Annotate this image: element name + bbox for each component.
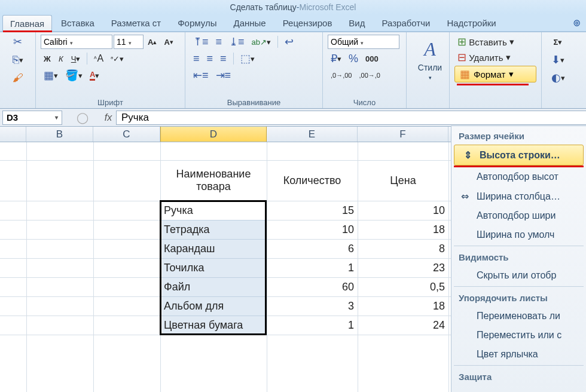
col-header-e[interactable]: E <box>267 127 358 142</box>
increase-font-button[interactable]: A▴ <box>145 35 160 49</box>
format-menu-row-height[interactable]: ⇕ Высота строки… <box>454 145 584 166</box>
cell-d9[interactable]: Цветная бумага <box>160 316 267 335</box>
cell-f6[interactable]: 23 <box>358 258 448 277</box>
formula-input[interactable]: Ручка <box>116 111 586 125</box>
comma-button[interactable]: 000 <box>362 51 381 66</box>
merge-button[interactable]: ⬚▾ <box>237 51 258 66</box>
cell-e8[interactable]: 3 <box>267 296 358 316</box>
wrap-text-button[interactable]: ↩ <box>282 35 297 49</box>
cell-d2[interactable]: Наименование товара <box>160 160 267 201</box>
delete-cells-button[interactable]: ⊟ Удалить ▾ <box>454 50 532 65</box>
cell-f7[interactable]: 0,5 <box>358 277 448 296</box>
format-menu-autofit-row[interactable]: Автоподбор высот <box>451 167 586 186</box>
decrease-font-button[interactable]: A▾ <box>161 35 176 49</box>
cell-d7[interactable]: Файл <box>160 277 267 296</box>
format-cells-button[interactable]: ▦Формат ▾ <box>454 66 536 82</box>
cell-e2[interactable]: Количество <box>267 160 358 201</box>
cell-d5[interactable]: Карандаш <box>160 239 267 258</box>
tab-home[interactable]: Главная <box>2 15 52 32</box>
cell-f5[interactable]: 8 <box>358 239 448 258</box>
align-center-button[interactable]: ≡ <box>204 51 216 66</box>
font-size-combo[interactable]: 11 <box>114 35 144 49</box>
decrease-decimal-button[interactable]: ,00→,0 <box>356 68 383 82</box>
format-menu-hide[interactable]: Скрыть или отобр <box>451 266 586 285</box>
group-clipboard-label <box>5 105 30 107</box>
clear-button[interactable]: ◐▾ <box>547 71 569 85</box>
font-grow-icon[interactable]: ᴬA <box>91 51 106 66</box>
circle-icon: ◯ <box>77 111 88 124</box>
format-menu-section-size: Размер ячейки <box>451 126 586 145</box>
format-menu-default-width[interactable]: Ширина по умолч <box>451 225 586 244</box>
tab-addins[interactable]: Надстройки <box>439 14 503 31</box>
copy-button[interactable]: ⎘▾ <box>5 53 30 67</box>
format-menu-autofit-col[interactable]: Автоподбор шири <box>451 206 586 225</box>
cell-f4[interactable]: 18 <box>358 220 448 239</box>
col-header-b[interactable]: B <box>26 127 93 142</box>
delete-icon: ⊟ <box>457 52 466 63</box>
font-name-combo[interactable]: Calibri <box>41 35 112 49</box>
col-header-f[interactable]: F <box>358 127 448 142</box>
increase-indent-button[interactable]: ⇥≡ <box>213 68 234 82</box>
percent-icon: % <box>349 53 358 64</box>
underline-button[interactable]: Ч▾ <box>68 51 84 66</box>
percent-button[interactable]: % <box>346 51 361 66</box>
tab-insert[interactable]: Вставка <box>53 14 102 31</box>
autosum-button[interactable]: Σ ▾ <box>547 35 569 49</box>
name-box[interactable]: D3▾ <box>2 111 62 125</box>
format-painter-button[interactable]: 🖌 <box>5 71 30 85</box>
tab-page-layout[interactable]: Разметка ст <box>103 14 169 31</box>
outdent-icon: ⇤≡ <box>193 70 209 81</box>
fill-button[interactable]: ⬇▾ <box>547 53 569 67</box>
format-menu-col-width[interactable]: ⇔ Ширина столбца… <box>451 186 586 206</box>
cell-e5[interactable]: 6 <box>267 239 358 258</box>
align-middle-button[interactable]: ≡ <box>213 35 225 49</box>
format-menu-move[interactable]: Переместить или с <box>451 326 586 345</box>
help-icon[interactable]: ◎ <box>567 14 586 31</box>
phonetic-button[interactable]: ᵃ✓▾ <box>108 51 127 66</box>
format-menu-rename[interactable]: Переименовать ли <box>451 307 586 326</box>
styles-button[interactable]: A Стили ▾ <box>411 35 448 84</box>
insert-function-button[interactable]: fx <box>100 112 116 123</box>
cell-f3[interactable]: 10 <box>358 201 448 220</box>
cell-f2[interactable]: Цена <box>358 160 448 201</box>
orientation-button[interactable]: ab↗▾ <box>249 35 274 49</box>
bold-button[interactable]: Ж <box>41 51 54 66</box>
cell-e3[interactable]: 15 <box>267 201 358 220</box>
cell-f9[interactable]: 24 <box>358 316 448 335</box>
cell-d8[interactable]: Альбом для <box>160 296 267 316</box>
align-top-button[interactable]: ⤒≡ <box>190 35 212 49</box>
increase-decimal-button[interactable]: ,0→,00 <box>328 68 355 82</box>
number-format-combo[interactable]: Общий <box>328 35 399 49</box>
cut-button[interactable]: ✂ <box>5 35 30 49</box>
cell-d6[interactable]: Точилка <box>160 258 267 277</box>
font-color-button[interactable]: A▾ <box>87 68 102 82</box>
col-header-d[interactable]: D <box>160 127 267 142</box>
italic-button[interactable]: К <box>55 51 67 66</box>
format-menu-tab-color[interactable]: Цвет ярлычка <box>451 345 586 364</box>
cell-d3[interactable]: Ручка <box>160 201 267 220</box>
col-header-c[interactable]: C <box>93 127 160 142</box>
tab-data[interactable]: Данные <box>226 14 274 31</box>
cell-f8[interactable]: 18 <box>358 296 448 316</box>
currency-button[interactable]: ₽▾ <box>328 51 344 66</box>
cell-e7[interactable]: 60 <box>267 277 358 296</box>
align-right-button[interactable]: ≡ <box>217 51 230 66</box>
cell-e6[interactable]: 1 <box>267 258 358 277</box>
cell-e9[interactable]: 1 <box>267 316 358 335</box>
group-number: Общий ₽▾ % 000 ,0→,00 ,00→,0 Число <box>323 32 407 108</box>
borders-button[interactable]: ▦▾ <box>41 68 61 82</box>
align-bottom-button[interactable]: ⤓≡ <box>226 35 248 49</box>
cell-d4[interactable]: Тетрадка <box>160 220 267 239</box>
insert-cells-button[interactable]: ⊞ Вставить ▾ <box>454 35 532 49</box>
fill-color-button[interactable]: 🪣▾ <box>62 68 86 82</box>
tab-review[interactable]: Рецензиров <box>275 14 340 31</box>
align-right-icon: ≡ <box>220 53 227 64</box>
align-left-button[interactable]: ≡ <box>190 51 203 66</box>
col-header-a[interactable] <box>0 127 26 142</box>
cell-e4[interactable]: 10 <box>267 220 358 239</box>
tab-developer[interactable]: Разработчи <box>374 14 438 31</box>
tab-view[interactable]: Вид <box>341 14 373 31</box>
format-icon: ▦ <box>460 69 470 79</box>
tab-formulas[interactable]: Формулы <box>170 14 224 31</box>
decrease-indent-button[interactable]: ⇤≡ <box>190 68 212 82</box>
